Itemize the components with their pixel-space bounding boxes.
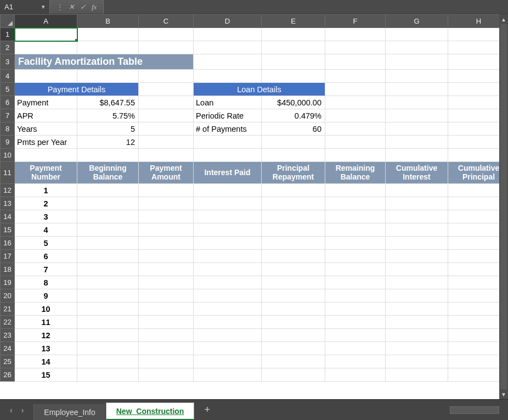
payment-number[interactable]: 4 (15, 223, 77, 237)
cell[interactable] (262, 149, 325, 162)
cell[interactable] (77, 316, 139, 329)
amort-column-header[interactable]: Principal Repayment (262, 162, 325, 184)
cell[interactable] (77, 70, 139, 83)
cell[interactable] (325, 41, 386, 54)
cell[interactable] (262, 355, 325, 368)
row-header[interactable]: 1 (1, 28, 15, 41)
cell[interactable] (386, 250, 448, 263)
amort-column-header[interactable]: Beginning Balance (77, 162, 139, 184)
cell[interactable] (15, 28, 77, 41)
cell[interactable] (386, 28, 448, 41)
cell[interactable] (386, 184, 448, 197)
row-header[interactable]: 25 (1, 355, 15, 368)
row-header[interactable]: 16 (1, 237, 15, 250)
cell[interactable] (262, 210, 325, 223)
cell[interactable] (194, 237, 262, 250)
scroll-track[interactable] (500, 24, 507, 389)
cell[interactable] (77, 184, 139, 197)
cell[interactable] (262, 54, 325, 70)
cell[interactable] (194, 197, 262, 210)
cell[interactable] (262, 184, 325, 197)
tab-nav-next-icon[interactable]: › (21, 406, 24, 415)
payment-value[interactable]: 5 (77, 122, 139, 136)
cell[interactable] (386, 210, 448, 223)
cell[interactable] (386, 303, 448, 316)
row-header[interactable]: 22 (1, 316, 15, 329)
cell[interactable] (194, 250, 262, 263)
cell[interactable] (194, 149, 262, 162)
cell[interactable] (194, 184, 262, 197)
cell[interactable] (325, 83, 386, 96)
cell[interactable] (325, 210, 386, 223)
cell[interactable] (325, 368, 386, 382)
cell[interactable] (15, 149, 77, 162)
payment-label[interactable]: APR (15, 109, 77, 122)
cell[interactable] (77, 303, 139, 316)
cell[interactable] (77, 197, 139, 210)
cell[interactable] (139, 342, 194, 355)
payment-label[interactable]: Years (15, 122, 77, 136)
cell[interactable] (325, 289, 386, 303)
cell[interactable] (194, 368, 262, 382)
cell[interactable] (139, 41, 194, 54)
cell[interactable] (77, 28, 139, 41)
cell[interactable] (194, 210, 262, 223)
cell[interactable] (194, 303, 262, 316)
row-header[interactable]: 9 (1, 136, 15, 149)
cell[interactable] (139, 303, 194, 316)
cell[interactable] (325, 136, 386, 149)
sheet-title[interactable]: Facility Amortization Table (15, 54, 194, 70)
cell[interactable] (77, 223, 139, 237)
cell[interactable] (325, 184, 386, 197)
cell[interactable] (194, 223, 262, 237)
cell[interactable] (386, 41, 448, 54)
row-header[interactable]: 5 (1, 83, 15, 96)
cell[interactable] (262, 263, 325, 276)
loan-label[interactable]: # of Payments (194, 122, 262, 136)
cell[interactable] (325, 250, 386, 263)
cell[interactable] (386, 289, 448, 303)
cell[interactable] (77, 210, 139, 223)
cell[interactable] (77, 149, 139, 162)
row-header[interactable]: 20 (1, 289, 15, 303)
cell[interactable] (194, 316, 262, 329)
payment-number[interactable]: 2 (15, 197, 77, 210)
cell[interactable] (386, 122, 448, 136)
loan-value[interactable]: 60 (262, 122, 325, 136)
cell[interactable] (386, 316, 448, 329)
payment-number[interactable]: 12 (15, 329, 77, 342)
cell[interactable] (262, 70, 325, 83)
payment-number[interactable]: 15 (15, 368, 77, 382)
col-header[interactable]: F (325, 15, 386, 28)
horizontal-scrollbar[interactable] (450, 406, 499, 414)
cell[interactable] (325, 149, 386, 162)
cell[interactable] (386, 96, 448, 109)
cell[interactable] (262, 250, 325, 263)
amort-column-header[interactable]: Payment Amount (139, 162, 194, 184)
amort-column-header[interactable]: Payment Number (15, 162, 77, 184)
sheet-tab[interactable]: Employee_Info (33, 404, 105, 420)
cell[interactable] (139, 149, 194, 162)
cell[interactable] (325, 54, 386, 70)
cell[interactable] (386, 223, 448, 237)
cell[interactable] (325, 197, 386, 210)
row-header[interactable]: 2 (1, 41, 15, 54)
cell[interactable] (194, 136, 262, 149)
cell[interactable] (194, 355, 262, 368)
payment-value[interactable]: 5.75% (77, 109, 139, 122)
row-header[interactable]: 4 (1, 70, 15, 83)
cell[interactable] (15, 70, 77, 83)
cell[interactable] (194, 329, 262, 342)
cell[interactable] (194, 342, 262, 355)
payment-number[interactable]: 7 (15, 263, 77, 276)
cell[interactable] (139, 223, 194, 237)
cell[interactable] (262, 316, 325, 329)
scroll-down-icon[interactable]: ▼ (499, 389, 508, 399)
cell[interactable] (386, 263, 448, 276)
payment-number[interactable]: 1 (15, 184, 77, 197)
cell[interactable] (325, 276, 386, 289)
payment-number[interactable]: 8 (15, 276, 77, 289)
cell[interactable] (262, 41, 325, 54)
cell[interactable] (262, 276, 325, 289)
cell[interactable] (325, 316, 386, 329)
